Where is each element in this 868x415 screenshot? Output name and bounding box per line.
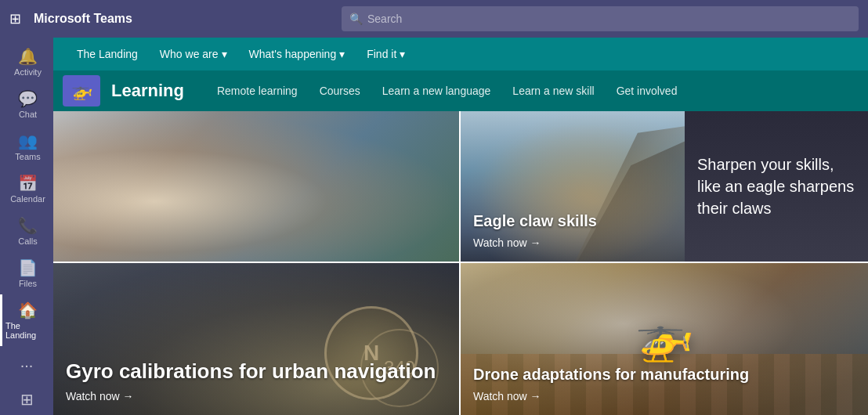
eagle-watch-now[interactable]: Watch now → bbox=[473, 236, 672, 249]
learning-title: Learning bbox=[111, 81, 184, 101]
sidebar-item-activity[interactable]: 🔔 Activity bbox=[0, 41, 53, 83]
nav-item-who-we-are[interactable]: Who we are ▾ bbox=[149, 38, 238, 70]
sidebar-item-teams[interactable]: 👥 Teams bbox=[0, 125, 53, 168]
sidebar-item-label-teams: Teams bbox=[15, 152, 40, 161]
drone-logo-icon: 🚁 bbox=[71, 81, 92, 101]
learning-nav-label-courses: Courses bbox=[320, 85, 360, 97]
sidebar-item-label-files: Files bbox=[19, 279, 37, 288]
nav-item-the-landing[interactable]: The Landing bbox=[66, 38, 149, 70]
learning-nav-courses[interactable]: Courses bbox=[309, 70, 371, 111]
sidebar-item-calls[interactable]: 📞 Calls bbox=[0, 210, 53, 252]
card-drone[interactable]: 🚁 Drone adaptations for manufacturing Wa… bbox=[461, 263, 868, 415]
eagle-panel-text: Sharpen your skills, like an eagle sharp… bbox=[697, 153, 855, 219]
drone-watch-now[interactable]: Watch now → bbox=[473, 390, 855, 402]
nav-label-whats-happening: What's happening bbox=[249, 48, 337, 60]
sidebar-item-the-landing[interactable]: 🏠 The Landing bbox=[0, 294, 53, 346]
activity-icon: 🔔 bbox=[18, 47, 38, 66]
sidebar-item-label-calendar: Calendar bbox=[10, 194, 45, 204]
drone-decoration-icon: 🚁 bbox=[635, 309, 694, 364]
nav-item-whats-happening[interactable]: What's happening ▾ bbox=[238, 38, 356, 70]
sidebar-more-button[interactable]: ··· bbox=[20, 347, 34, 384]
eagle-text-panel: Sharpen your skills, like an eagle sharp… bbox=[685, 111, 868, 262]
learning-nav-skill[interactable]: Learn a new skill bbox=[501, 70, 605, 111]
sidebar-item-label-calls: Calls bbox=[18, 236, 37, 246]
chat-icon: 💬 bbox=[18, 89, 38, 108]
who-we-are-chevron-icon: ▾ bbox=[222, 48, 227, 60]
find-it-chevron-icon: ▾ bbox=[400, 48, 405, 60]
cards-grid: Eagle claw skills Watch now → Sharpen yo… bbox=[53, 111, 868, 415]
calendar-icon: 📅 bbox=[18, 174, 38, 193]
sidebar-item-label-chat: Chat bbox=[19, 110, 37, 119]
card-gyro[interactable]: N 340 Gyro calibrations for urban naviga… bbox=[53, 263, 461, 415]
landing-icon: 🏠 bbox=[18, 301, 38, 319]
sidebar-item-label-activity: Activity bbox=[14, 67, 42, 77]
learning-nav-language[interactable]: Learn a new language bbox=[371, 70, 502, 111]
sidebar: 🔔 Activity 💬 Chat 👥 Teams 📅 Calendar 📞 C… bbox=[0, 38, 53, 415]
card-student-city[interactable] bbox=[53, 111, 461, 263]
learning-nav-remote[interactable]: Remote learning bbox=[206, 70, 309, 111]
nav-bar: The Landing Who we are ▾ What's happenin… bbox=[53, 38, 868, 70]
nav-label-who-we-are: Who we are bbox=[160, 48, 219, 60]
sidebar-item-chat[interactable]: 💬 Chat bbox=[0, 83, 53, 125]
nav-label-find-it: Find it bbox=[367, 48, 396, 60]
apps-grid-icon[interactable]: ⊞ bbox=[9, 10, 21, 27]
learning-nav-label-remote: Remote learning bbox=[217, 85, 298, 97]
search-icon: 🔍 bbox=[349, 13, 363, 25]
sidebar-item-label-landing: The Landing bbox=[5, 321, 50, 340]
sidebar-item-files[interactable]: 📄 Files bbox=[0, 252, 53, 294]
eagle-overlay: Eagle claw skills Watch now → bbox=[461, 111, 685, 262]
eagle-card-title: Eagle claw skills bbox=[473, 212, 672, 230]
card-eagle[interactable]: Eagle claw skills Watch now → bbox=[461, 111, 685, 262]
card-eagle-group: Eagle claw skills Watch now → Sharpen yo… bbox=[461, 111, 868, 263]
main-layout: 🔔 Activity 💬 Chat 👥 Teams 📅 Calendar 📞 C… bbox=[0, 38, 868, 415]
calls-icon: 📞 bbox=[18, 216, 38, 235]
drone-card-title: Drone adaptations for manufacturing bbox=[473, 366, 855, 384]
whats-happening-chevron-icon: ▾ bbox=[339, 48, 345, 60]
content-area: The Landing Who we are ▾ What's happenin… bbox=[53, 38, 868, 415]
learning-nav-label-involved: Get involved bbox=[617, 85, 678, 97]
nav-item-find-it[interactable]: Find it ▾ bbox=[356, 38, 416, 70]
learning-nav-label-language: Learn a new language bbox=[382, 85, 491, 97]
learning-nav-involved[interactable]: Get involved bbox=[606, 70, 689, 111]
nav-label-the-landing: The Landing bbox=[77, 48, 138, 60]
learning-nav-label-skill: Learn a new skill bbox=[512, 85, 594, 97]
files-icon: 📄 bbox=[18, 258, 38, 277]
top-bar: ⊞ Microsoft Teams 🔍 bbox=[0, 0, 868, 38]
teams-icon: 👥 bbox=[18, 132, 38, 150]
search-input[interactable] bbox=[367, 13, 851, 25]
gyro-card-content: Gyro calibrations for urban navigation W… bbox=[66, 359, 447, 402]
gyro-card-title: Gyro calibrations for urban navigation bbox=[66, 359, 447, 384]
search-bar[interactable]: 🔍 bbox=[342, 6, 859, 31]
drone-card-content: Drone adaptations for manufacturing Watc… bbox=[473, 366, 855, 402]
learning-logo: 🚁 bbox=[63, 75, 100, 106]
learning-header: 🚁 Learning Remote learning Courses Learn… bbox=[53, 70, 868, 111]
sidebar-item-calendar[interactable]: 📅 Calendar bbox=[0, 168, 53, 210]
gyro-watch-now[interactable]: Watch now → bbox=[66, 390, 447, 402]
sidebar-apps-icon[interactable]: ⊞ bbox=[20, 384, 34, 415]
app-title: Microsoft Teams bbox=[34, 12, 132, 26]
